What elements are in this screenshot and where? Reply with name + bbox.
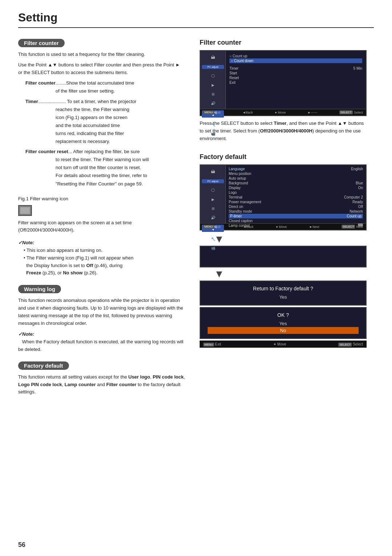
factory-menu-direct: Direct onOff (229, 204, 363, 209)
screen-sidebar-filter: 🏔 PC adjust 🖵 ▶ (200, 51, 226, 109)
dialog-return-yes: Yes (208, 294, 359, 301)
dialog-ok-no: No (208, 327, 359, 334)
sidebar-icon-9: 📹 (202, 132, 224, 136)
factory-sidebar-8: 🔧 (202, 237, 224, 241)
menu-exit: Exit (229, 80, 362, 85)
select-key-filter: SELECT (339, 110, 353, 114)
factory-menu-pos: Menu position (229, 171, 363, 176)
filter-warning-icon (18, 205, 32, 216)
dialog-return-text: Return to Factory default ? (208, 286, 359, 291)
factory-menu-display: DisplayOn (229, 185, 363, 190)
factory-menu-language: LanguageEnglish (229, 167, 363, 171)
filter-note-1: • This icon also appears at turning on. (24, 247, 185, 254)
menu-reset: Reset (229, 75, 362, 80)
factory-menu-logo: Logo (229, 190, 363, 195)
factory-screen-mockup: 🏔 PC adjust 🖵 ▶ (200, 164, 367, 230)
right-filter-desc: Press the SELECT button to select Timer,… (200, 120, 367, 142)
dialog-return-factory: Return to Factory default ? Yes (200, 281, 367, 306)
factory-menu-cc: Closed caption (229, 218, 363, 223)
factory-menu-power: Power managementReady (229, 200, 363, 204)
screen-menu-filter: ○ Count up ○ Count down Timer5 Min Start (226, 51, 366, 109)
arrow-down-2: ▼ (214, 269, 367, 279)
factory-menu-auto: Auto setup (229, 176, 363, 181)
factory-sidebar-5: ⊞ (202, 207, 224, 210)
sidebar-icon-3: 🖵 (202, 74, 224, 78)
right-filter-counter: Filter counter 🏔 PC adjust (200, 39, 367, 142)
sidebar-icon-1: 🏔 (202, 55, 224, 60)
select-key-factory: SELECT (342, 225, 355, 229)
two-column-layout: Filter counter This function is used to … (18, 39, 374, 401)
factory-menu-standby: Standby modeNetwork (229, 209, 363, 214)
sidebar-icon-5: ⊞ (202, 92, 224, 96)
screen-menu-factory: LanguageEnglish Menu position Auto setup… (226, 165, 366, 223)
filter-counter-item-1: Filter counter........Show the total acc… (25, 79, 185, 95)
fig1-label: Fig.1 Filter warning icon (18, 196, 185, 201)
filter-counter-note-label: ✓Note: (18, 239, 185, 247)
right-filter-title: Filter counter (200, 39, 367, 46)
sidebar-icon-4: ▶ (202, 83, 224, 87)
filter-counter-header: Filter counter (18, 39, 65, 47)
factory-default-section: Factory default This function returns al… (18, 361, 185, 396)
factory-sidebar-pc: PC adjust (202, 179, 224, 183)
filter-screen-mockup: 🏔 PC adjust 🖵 ▶ (200, 50, 367, 116)
menu-key-filter: MENU (203, 110, 214, 114)
warning-log-note: ✓Note: When the Factory default function… (18, 331, 185, 353)
factory-sidebar-6: 🔊 (202, 216, 224, 220)
factory-sidebar-1: 🏔 (202, 169, 224, 174)
fig1-note: Filter warning icon appears on the scree… (18, 219, 185, 234)
factory-default-header: Factory default (18, 361, 69, 370)
sidebar-pc-adjust: PC adjust (202, 65, 224, 69)
filter-counter-item-3: Filter counter reset... After replacing … (25, 148, 185, 188)
warning-log-header: Warning log (18, 285, 61, 293)
warning-log-note-text: When the Factory default function is exe… (18, 339, 183, 352)
menu-key-final: MENU (203, 343, 214, 347)
intermediate-dark-box (200, 246, 367, 267)
sidebar-icon-6: 🔊 (202, 101, 224, 105)
select-key-final: SELECT (338, 343, 352, 347)
menu-count-up: ○ Count up (229, 54, 362, 58)
filter-counter-item-2: Timer..................... To set a time… (25, 98, 185, 146)
menu-start: Start (229, 71, 362, 75)
footer-menu-exit: MENU Exit (203, 342, 221, 346)
sidebar-icon-8: 🔧 (202, 123, 224, 127)
dialog-ok: OK ? Yes No (200, 307, 367, 339)
filter-counter-note: ✓Note: • This icon also appears at turni… (18, 239, 185, 277)
footer-move: ✦ Move (273, 342, 286, 346)
fig1-block: Fig.1 Filter warning icon Filter warning… (18, 196, 185, 234)
screen-footer-filter: MENU Exit ◄Back ● Move ►------ SELECT Se… (200, 109, 366, 115)
filter-note-2: • The Filter warning icon (Fig.1) will n… (24, 254, 185, 277)
dialog-ok-text: OK ? (208, 312, 359, 318)
screen-sidebar-factory: 🏔 PC adjust 🖵 ▶ (200, 165, 226, 223)
warning-log-note-label: ✓Note: (18, 331, 34, 337)
page-title: Setting (18, 11, 374, 28)
footer-select: SELECT Select (338, 342, 363, 346)
right-column: Filter counter 🏔 PC adjust (200, 39, 367, 401)
dialog-ok-yes: Yes (208, 320, 359, 327)
page-number: 56 (18, 541, 25, 549)
factory-sidebar-4: ▶ (202, 197, 224, 201)
warning-log-section: Warning log This function records anomal… (18, 285, 185, 353)
filter-counter-intro2: Use the Point ▲▼ buttons to select Filte… (18, 61, 185, 77)
factory-menu-ptimer: P-timerCount up (229, 214, 363, 218)
final-dialog-footer: MENU Exit ✦ Move SELECT Select (200, 340, 367, 348)
factory-menu-terminal: TerminalComputer 2 (229, 195, 363, 200)
factory-sidebar-3: 🖵 (202, 188, 224, 192)
factory-menu-bg: BackgroundBlue (229, 181, 363, 185)
page-container: Setting Filter counter This function is … (0, 0, 392, 419)
menu-key-factory: MENU (203, 225, 214, 229)
right-factory-default: Factory default 🏔 PC adjust 🖵 (200, 153, 367, 348)
factory-sidebar-9: 📹 (202, 246, 224, 250)
filter-counter-intro1: This function is used to set a frequency… (18, 51, 185, 58)
menu-count-down: ○ Count down (229, 58, 362, 63)
right-factory-title: Factory default (200, 153, 367, 161)
warning-log-body: This function records anomalous operatio… (18, 297, 185, 327)
menu-timer: Timer5 Min (229, 66, 362, 71)
arrow-down-1: ▼ (214, 234, 367, 244)
filter-counter-section: Filter counter This function is used to … (18, 39, 185, 277)
factory-default-body: This function returns all setting values… (18, 373, 185, 396)
left-column: Filter counter This function is used to … (18, 39, 185, 401)
filter-counter-items: Filter counter........Show the total acc… (25, 79, 185, 188)
